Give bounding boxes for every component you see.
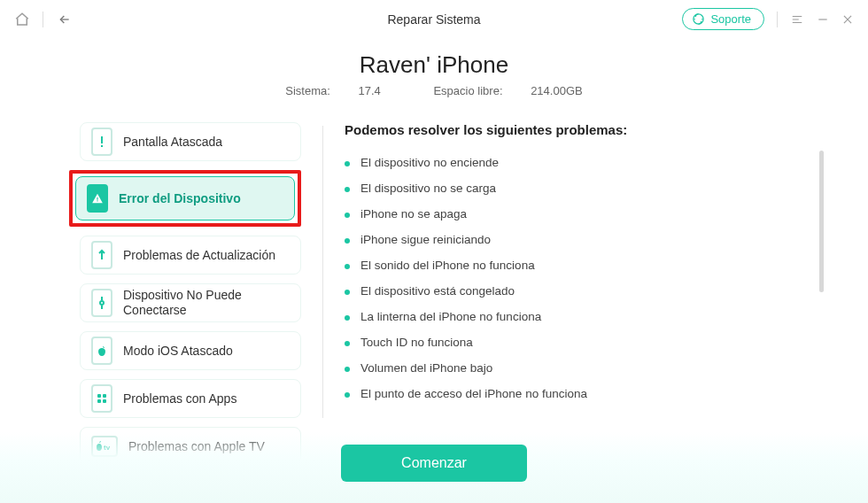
list-item: iPhone no se apaga <box>345 201 799 227</box>
category-device-error[interactable]: Error del Dispositivo <box>75 176 295 221</box>
close-icon[interactable] <box>841 13 854 26</box>
phone-apps-icon <box>91 384 112 413</box>
category-label: Problemas de Actualización <box>123 248 275 263</box>
device-header: Raven' iPhone Sistema: 17.4 Espacio libr… <box>0 39 868 103</box>
svg-point-5 <box>100 301 104 305</box>
list-item: El punto de acceso del iPhone no funcion… <box>345 381 799 406</box>
start-button[interactable]: Comenzar <box>341 445 527 482</box>
issues-panel: Podemos resolver los siguientes problema… <box>345 119 833 432</box>
category-stuck-screen[interactable]: Pantalla Atascada <box>80 122 301 161</box>
back-icon[interactable] <box>56 12 74 27</box>
minimize-icon[interactable] <box>817 13 829 26</box>
phone-alert-icon <box>91 128 112 156</box>
svg-rect-3 <box>97 197 97 200</box>
titlebar: Reparar Sistema Soporte <box>0 0 868 39</box>
issues-title: Podemos resolver los siguientes problema… <box>345 122 833 137</box>
category-cannot-connect[interactable]: Dispositivo No Puede Conectarse <box>80 283 301 322</box>
support-button[interactable]: Soporte <box>682 8 764 30</box>
svg-rect-7 <box>103 394 106 398</box>
divider <box>43 12 43 27</box>
phone-apple-icon <box>91 337 112 365</box>
list-item: Touch ID no funciona <box>345 329 799 355</box>
svg-rect-6 <box>97 394 101 398</box>
titlebar-left <box>14 12 74 27</box>
selection-highlight: Error del Dispositivo <box>69 170 301 227</box>
home-icon[interactable] <box>14 12 30 27</box>
footer: Comenzar <box>0 432 868 503</box>
category-label: Pantalla Atascada <box>123 135 222 150</box>
category-ios-stuck[interactable]: Modo iOS Atascado <box>80 331 301 370</box>
list-item: El dispositivo está congelado <box>345 278 799 304</box>
category-label: Problemas con Apps <box>123 391 236 406</box>
category-update-problems[interactable]: Problemas de Actualización <box>80 236 301 275</box>
phone-warning-icon <box>87 184 108 213</box>
list-item: iPhone sigue reiniciando <box>345 227 799 252</box>
free-space-info: Espacio libre: 214.00GB <box>421 84 594 97</box>
category-label: Modo iOS Atascado <box>123 344 233 359</box>
category-label: Dispositivo No Puede Conectarse <box>123 288 290 318</box>
category-app-problems[interactable]: Problemas con Apps <box>80 379 301 418</box>
device-subinfo: Sistema: 17.4 Espacio libre: 214.00GB <box>0 84 868 97</box>
app-window: Reparar Sistema Soporte Raven' iPhone Si… <box>0 0 868 503</box>
svg-rect-1 <box>101 136 103 143</box>
system-info: Sistema: 17.4 <box>273 84 396 97</box>
divider <box>777 12 778 27</box>
titlebar-right: Soporte <box>682 8 854 30</box>
issues-list: El dispositivo no enciende El dispositiv… <box>345 150 833 406</box>
scrollbar[interactable] <box>819 151 824 292</box>
menu-icon[interactable] <box>790 13 804 26</box>
list-item: El dispositivo no enciende <box>345 150 799 175</box>
list-item: El sonido del iPhone no funciona <box>345 252 799 278</box>
category-label: Error del Dispositivo <box>119 191 241 206</box>
support-label: Soporte <box>710 12 751 26</box>
phone-update-icon <box>91 241 112 269</box>
list-item: El dispositivo no se carga <box>345 175 799 201</box>
svg-rect-8 <box>97 399 101 403</box>
svg-rect-9 <box>103 399 106 403</box>
svg-rect-2 <box>101 145 103 147</box>
main-content: Pantalla Atascada Error del Dispositivo … <box>0 103 868 432</box>
device-name: Raven' iPhone <box>0 51 868 79</box>
svg-rect-4 <box>97 200 97 201</box>
list-item: Volumen del iPhone bajo <box>345 355 799 381</box>
list-item: La linterna del iPhone no funciona <box>345 304 799 329</box>
phone-connect-icon <box>91 289 112 317</box>
column-divider <box>322 126 323 418</box>
category-list: Pantalla Atascada Error del Dispositivo … <box>35 119 301 432</box>
